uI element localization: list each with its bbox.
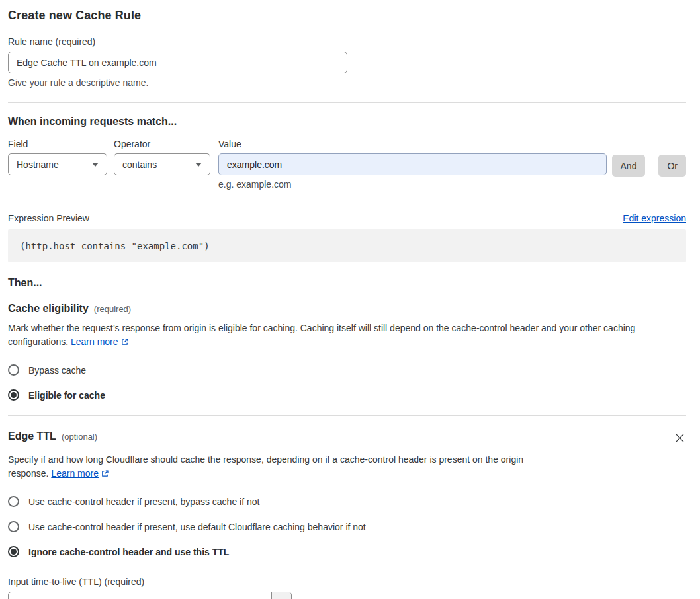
divider bbox=[8, 415, 686, 416]
radio-label: Eligible for cache bbox=[28, 390, 105, 401]
radio-selected-icon bbox=[8, 546, 19, 557]
value-column: Value e.g. example.com bbox=[218, 139, 607, 190]
radio-eligible-for-cache[interactable]: Eligible for cache bbox=[8, 389, 686, 401]
external-link-icon bbox=[120, 337, 129, 350]
chevron-down-icon bbox=[195, 163, 202, 167]
learn-more-link[interactable]: Learn more bbox=[71, 337, 118, 347]
radio-label: Use cache-control header if present, byp… bbox=[28, 497, 259, 507]
value-helper: e.g. example.com bbox=[218, 179, 607, 190]
ttl-select-caret-button[interactable] bbox=[271, 592, 291, 599]
edge-ttl-header: Edge TTL (optional) bbox=[8, 430, 686, 446]
page-title: Create new Cache Rule bbox=[8, 9, 686, 22]
operator-column: Operator contains bbox=[114, 139, 210, 175]
edge-ttl-title: Edge TTL bbox=[8, 430, 56, 442]
operator-label: Operator bbox=[114, 139, 210, 149]
then-heading: Then... bbox=[8, 277, 686, 289]
edge-ttl-description: Specify if and how long Cloudflare shoul… bbox=[8, 453, 561, 482]
edge-ttl-heading: Edge TTL (optional) bbox=[8, 430, 97, 442]
radio-label: Ignore cache-control header and use this… bbox=[28, 547, 229, 557]
match-row: Field Hostname Operator contains Value e… bbox=[8, 139, 686, 190]
radio-selected-icon bbox=[8, 389, 19, 401]
value-input[interactable] bbox=[218, 153, 607, 175]
radio-ignore-header-ttl[interactable]: Ignore cache-control header and use this… bbox=[8, 546, 686, 557]
radio-icon bbox=[8, 496, 19, 507]
radio-icon bbox=[8, 521, 19, 532]
radio-use-header-bypass[interactable]: Use cache-control header if present, byp… bbox=[8, 496, 686, 507]
external-link-icon bbox=[101, 468, 109, 482]
ttl-select[interactable]: 1 day bbox=[8, 592, 292, 599]
radio-label: Bypass cache bbox=[28, 365, 86, 376]
divider bbox=[8, 102, 686, 103]
chevron-down-icon bbox=[92, 163, 99, 167]
match-heading: When incoming requests match... bbox=[8, 116, 686, 128]
field-label: Field bbox=[8, 139, 107, 149]
field-select[interactable]: Hostname bbox=[8, 153, 107, 175]
optional-badge: (optional) bbox=[62, 432, 97, 442]
required-badge: (required) bbox=[94, 304, 131, 314]
learn-more-link[interactable]: Learn more bbox=[51, 468, 99, 479]
expression-code-block: (http.host contains "example.com") bbox=[8, 229, 686, 262]
expression-header: Expression Preview Edit expression bbox=[8, 213, 686, 223]
or-button[interactable]: Or bbox=[658, 155, 686, 177]
ttl-input-group: Input time-to-live (TTL) (required) 1 da… bbox=[8, 577, 686, 599]
value-label: Value bbox=[218, 139, 607, 149]
operator-select[interactable]: contains bbox=[114, 153, 210, 175]
rule-name-input[interactable] bbox=[8, 52, 347, 73]
cache-eligibility-options: Bypass cache Eligible for cache bbox=[8, 364, 686, 401]
cache-eligibility-heading: Cache eligibility (required) bbox=[8, 303, 686, 315]
radio-bypass-cache[interactable]: Bypass cache bbox=[8, 364, 686, 376]
and-button[interactable]: And bbox=[612, 155, 646, 177]
edge-ttl-options: Use cache-control header if present, byp… bbox=[8, 496, 686, 557]
radio-icon bbox=[8, 364, 19, 376]
ttl-select-value: 1 day bbox=[9, 592, 271, 599]
rule-name-helper: Give your rule a descriptive name. bbox=[8, 77, 347, 88]
operator-select-value: contains bbox=[122, 159, 157, 170]
radio-use-header-default[interactable]: Use cache-control header if present, use… bbox=[8, 521, 686, 532]
cache-eligibility-title: Cache eligibility bbox=[8, 303, 89, 315]
connector-buttons: And Or bbox=[612, 139, 686, 177]
field-select-value: Hostname bbox=[17, 159, 59, 170]
field-column: Field Hostname bbox=[8, 139, 107, 175]
close-icon[interactable] bbox=[674, 432, 686, 446]
ttl-label: Input time-to-live (TTL) (required) bbox=[8, 577, 686, 587]
expression-preview-label: Expression Preview bbox=[8, 213, 89, 223]
rule-name-group: Rule name (required) Give your rule a de… bbox=[8, 36, 347, 88]
radio-label: Use cache-control header if present, use… bbox=[28, 522, 366, 532]
edit-expression-link[interactable]: Edit expression bbox=[623, 213, 686, 223]
rule-name-label: Rule name (required) bbox=[8, 36, 347, 47]
create-cache-rule-form: Create new Cache Rule Rule name (require… bbox=[0, 0, 700, 599]
cache-eligibility-description: Mark whether the request’s response from… bbox=[8, 321, 686, 350]
